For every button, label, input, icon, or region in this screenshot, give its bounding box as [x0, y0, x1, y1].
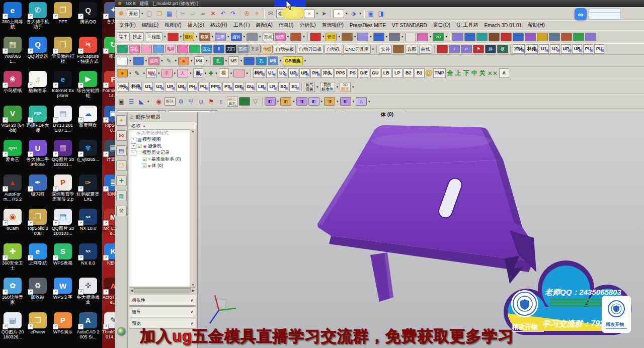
desktop-icon-tile[interactable]: NX↗ [79, 243, 97, 259]
toolbar-icon[interactable]: ❁ [117, 9, 126, 18]
toolbar-button[interactable]: CNC刀具库 [343, 45, 371, 54]
desktop-icon-tile[interactable]: ▶↗ [79, 71, 97, 87]
toolbar-chip[interactable]: 尾翼 [165, 45, 176, 53]
desktop-icon-tile[interactable]: ▦↗ [4, 37, 22, 53]
nx-title-bar[interactable]: ❁ NX 8 建模 [_model2.prt (修改的) ] [115, 0, 644, 7]
desktop-icon[interactable]: V↗VISI 20 (64-bit) [1, 106, 24, 140]
desktop-icon[interactable]: ✾↗rj_vj8265... [76, 140, 100, 175]
tree-column-header[interactable]: 名称 ▲ [129, 122, 196, 130]
dropdown-arrow-icon[interactable]: ▾ [372, 47, 374, 51]
toolbar-letter-button[interactable]: 料停修 [130, 82, 142, 92]
resource-bar-tab[interactable]: ✚ [116, 176, 127, 186]
toolbar-icon[interactable]: ➤ [319, 9, 329, 18]
dropdown-arrow-icon[interactable]: ▾ [227, 35, 229, 39]
toolbar-icon[interactable]: ✎ [165, 56, 174, 65]
toolbar-chip[interactable] [513, 33, 524, 41]
desktop-icon-tile[interactable]: ▲↗ [4, 175, 22, 191]
toolbar-chip[interactable] [464, 33, 475, 41]
toolbar-chip[interactable]: ◧ [340, 97, 351, 106]
toolbar-chip[interactable]: 传统 [262, 45, 273, 53]
dropdown-arrow-icon[interactable]: ▾ [280, 59, 282, 63]
desktop-icon[interactable]: ♻↗回收站 [26, 278, 49, 312]
toolbar-chip[interactable] [452, 33, 463, 41]
toolbar-chip[interactable] [549, 33, 560, 41]
desktop-icon-tile[interactable]: ❀↗ [4, 71, 22, 87]
toolbar-text-button[interactable]: 上 [455, 69, 462, 77]
dropdown-arrow-icon[interactable]: ▾ [287, 35, 289, 39]
toolbar-chip[interactable]: ◆ [178, 57, 189, 65]
toolbar-icon[interactable]: ▣ [117, 97, 126, 106]
desktop-icon-tile[interactable]: ♫↗ [29, 71, 47, 87]
toolbar-letter-button[interactable]: U2修 [550, 44, 560, 54]
desktop-icon-tile[interactable]: ▦↗ [54, 140, 72, 156]
desktop-icon-tile[interactable]: ✑↗ [79, 175, 97, 191]
menu-item[interactable]: 帮助(H) [525, 22, 547, 29]
toolbar-chip[interactable] [573, 33, 584, 41]
desktop-icon[interactable]: Q↗QQ浏览器 [26, 37, 49, 71]
toolbar-chip[interactable]: 更多 [250, 45, 261, 53]
tree-checkbox[interactable]: ☑ [137, 143, 142, 149]
dropdown-arrow-icon[interactable]: ▾ [323, 35, 325, 39]
toolbar-text-button[interactable]: 下 [463, 69, 470, 77]
toolbar-chip[interactable]: 齿形 [275, 33, 286, 41]
toolbar-chip[interactable] [417, 33, 428, 41]
dropdown-arrow-icon[interactable]: ▾ [354, 35, 356, 39]
toolbar-letter-button[interactable]: UP修 [561, 44, 571, 54]
desktop-icon[interactable]: iQIYI↗爱奇艺 [1, 140, 24, 175]
desktop-icon[interactable]: ◉↗oCam [1, 209, 24, 243]
toolbar-chip[interactable] [247, 33, 258, 41]
toolbar-button[interactable]: 曲线 [419, 45, 432, 54]
desktop-icon-tile[interactable]: ▤↗ [4, 312, 22, 328]
toolbar-chip[interactable] [525, 33, 536, 41]
desktop-icon-tile[interactable]: Q↗ [29, 37, 47, 53]
toolbar-icon[interactable]: ▱ [189, 9, 198, 18]
toolbar-letter-button[interactable]: U2修 [277, 68, 287, 78]
toolbar-icon[interactable]: ✉ [266, 9, 275, 18]
dropdown-arrow-icon[interactable]: ▾ [143, 71, 145, 75]
toolbar-icon[interactable]: ψ [197, 97, 206, 106]
toolbar-letter-button[interactable]: 冲头修 [117, 82, 129, 92]
toolbar-chip[interactable] [585, 33, 596, 41]
toolbar-icon[interactable]: ◨ [376, 9, 385, 18]
toolbar-icon[interactable]: ✕ [209, 9, 218, 18]
menu-item[interactable]: VT STANDARD [389, 23, 430, 28]
desktop-icon-tile[interactable]: S↗ [54, 243, 72, 259]
desktop-icon-tile[interactable]: ❒↗ [29, 312, 47, 328]
desktop-icon[interactable]: ☁↗百度网盘 [76, 106, 100, 140]
toolbar-chip[interactable] [244, 57, 255, 65]
menu-item[interactable]: 格式(R) [208, 22, 230, 29]
dropdown-arrow-icon[interactable]: ▾ [206, 59, 208, 63]
toolbar-chip[interactable] [476, 33, 488, 41]
desktop-icon[interactable]: ❒↗ePview [26, 312, 49, 347]
toolbar-stacked-button[interactable]: 氮气弹簧 [304, 82, 315, 92]
tree-item[interactable]: ☑■体 (0) [129, 162, 196, 169]
toolbar-chip[interactable]: 刀口 [225, 45, 236, 53]
dropdown-arrow-icon[interactable]: ▾ [164, 35, 166, 39]
toolbar-stacked-button[interactable]: 铜公真孔 [227, 97, 238, 107]
toolbar-letter-button[interactable]: PPS修 [209, 82, 221, 92]
netdisk-status-pill[interactable] [589, 9, 621, 20]
scroll-up-icon[interactable]: ▲ [191, 129, 195, 133]
toolbar-chip[interactable] [373, 33, 384, 41]
toolbar-chip[interactable]: ◧ [308, 97, 319, 106]
toolbar-button[interactable]: M5 [268, 56, 278, 65]
dropdown-arrow-icon[interactable]: ▾ [370, 35, 372, 39]
toolbar-chip[interactable]: T [449, 45, 460, 53]
desktop-icon-tile[interactable]: NX↗ [79, 209, 97, 225]
toolbar-chip[interactable]: ✕ [304, 10, 315, 18]
toolbar-chip[interactable]: ◧ [280, 97, 291, 106]
desktop-icon-tile[interactable]: P↗ [54, 312, 72, 328]
menu-item[interactable]: 工具(T) [231, 22, 253, 29]
toolbar-letter-button[interactable]: B1 [415, 68, 425, 78]
dropdown-arrow-icon[interactable]: ▾ [180, 35, 182, 39]
netdisk-icon[interactable]: ∞ [575, 8, 587, 20]
desktop-icon[interactable]: ▦↗QQ图片 20180301... [51, 140, 74, 175]
resource-bar-tab[interactable]: ❒ [116, 160, 127, 171]
menu-item[interactable]: Emach 3D.01.01 [482, 23, 525, 28]
menu-item[interactable]: 分析(L) [297, 22, 318, 29]
resource-bar-tab[interactable]: ⚒ [116, 206, 127, 216]
dropdown-arrow-icon[interactable]: ▾ [129, 59, 131, 63]
toolbar-letter-button[interactable]: GU [370, 68, 380, 78]
dropdown-arrow-icon[interactable]: ▾ [316, 85, 318, 89]
toolbar-icon[interactable]: ▰ [199, 9, 208, 18]
